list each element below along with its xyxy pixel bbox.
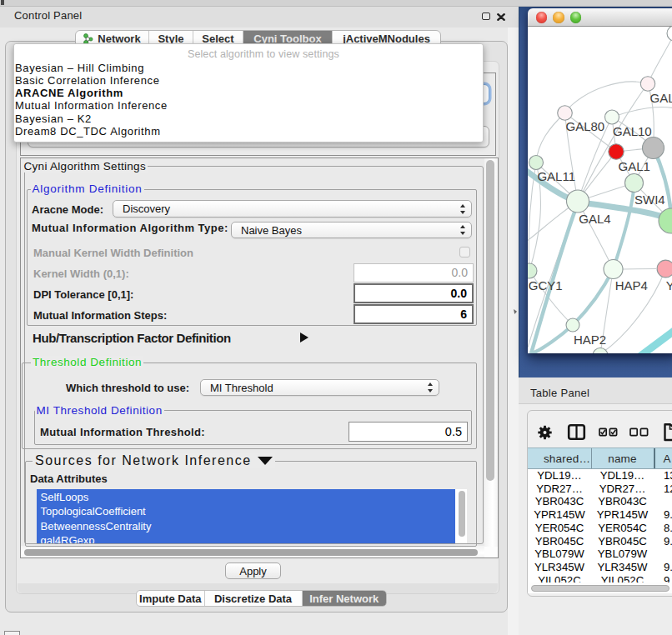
svg-text:GCY1: GCY1 <box>529 278 563 292</box>
svg-text:HAP2: HAP2 <box>574 332 606 346</box>
svg-text:GAL80: GAL80 <box>566 118 605 132</box>
svg-text:Y: Y <box>666 278 672 292</box>
svg-text:HAP4: HAP4 <box>615 278 648 292</box>
svg-text:SWI4: SWI4 <box>634 192 665 206</box>
svg-text:GAL1: GAL1 <box>619 159 650 173</box>
svg-text:GAL10: GAL10 <box>613 124 652 138</box>
svg-text:GAL7: GAL7 <box>650 90 672 104</box>
svg-text:GAL4: GAL4 <box>579 212 610 226</box>
svg-text:GAL11: GAL11 <box>537 169 575 183</box>
